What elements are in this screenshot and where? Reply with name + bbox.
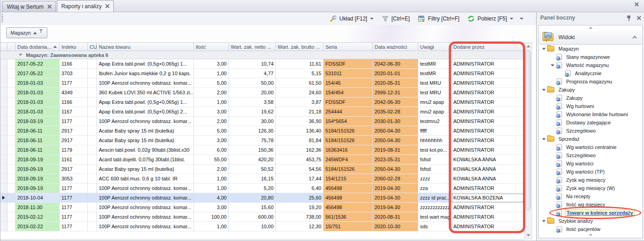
tree-item-sprzeda-[interactable]: Sprzedaż [539, 135, 642, 143]
cell-indeks[interactable]: 1177 [60, 184, 88, 193]
cell-ilosc[interactable]: 100,00 [194, 212, 229, 222]
table-row[interactable]: 2018-11-301177100P Aerozol ochronny odst… [0, 203, 524, 212]
cell-seria[interactable]: 245WDF4 [324, 155, 373, 164]
cell-nazwa[interactable]: Aescin tabl.powl. 0,02g 90tabl.(3blist.x… [97, 145, 194, 155]
cell-uwagi[interactable]: test MRU [418, 78, 451, 88]
cell-dodane[interactable]: ADMINISTRATOR [451, 88, 524, 97]
vertical-scrollbar-thumb[interactable] [526, 50, 531, 210]
export-button[interactable]: [Ctrl+E] [380, 15, 411, 23]
cell-dodane[interactable]: ADMINISTRATOR [451, 117, 524, 126]
tree-item-zysk-wg-miesi-cy[interactable]: Zysk wg miesięcy [539, 176, 642, 184]
table-row[interactable]: 2018-01-034349360 Kubek LOVI 350 ml ACTI… [0, 88, 524, 97]
table-row[interactable]: 2018-09-191161Acard tabl.dojelit. 0,075g… [0, 155, 524, 164]
cell-dodane[interactable]: ADMINISTRATOR [451, 203, 524, 212]
tree-item-wykonanie-limit-w-hurtowni[interactable]: Wykonanie limitów hurtowni [539, 110, 642, 118]
cell-seria[interactable]: 531011 [324, 69, 373, 78]
cell-ilosc[interactable]: 1,00 [194, 69, 229, 78]
cell-date[interactable]: 2018-09-19 [15, 155, 60, 164]
cell-ilosc[interactable]: 2,00 [194, 88, 229, 97]
filter-funnel-icon[interactable] [39, 29, 43, 33]
filters-button[interactable]: Filtry [Ctrl+F] [416, 14, 461, 23]
cell-brutto[interactable]: 6,40 [276, 184, 324, 193]
cell-nazwa[interactable]: ACC 600 tabl.mus. 0,6 g 10 tabl. IR [97, 174, 194, 184]
cell-nazwa[interactable]: Acatar Baby spray 15 ml (butelka) [97, 136, 194, 145]
column-header-cu[interactable]: CU [88, 43, 97, 51]
cell-seria[interactable]: FDSSDF [324, 97, 373, 107]
cell-cu[interactable] [88, 69, 97, 78]
cell-seria[interactable]: 15/751 [324, 222, 373, 231]
cell-netto[interactable]: 50,52 [229, 164, 276, 174]
cell-nazwa[interactable]: 100P Aerozol ochronny odstrasz. komar... [97, 222, 194, 231]
cell-uwagi[interactable]: mru2 apap [418, 107, 451, 117]
cell-ilosc[interactable]: 55,00 [194, 155, 229, 164]
cell-dodane[interactable]: KOWALSKA ANNA [451, 155, 524, 164]
column-header-brutto[interactable]: Wart. zak. brutto ... [276, 43, 324, 51]
cell-seria[interactable]: 456498 [324, 193, 373, 203]
cell-brutto[interactable]: 162,36 [276, 145, 324, 155]
cell-date[interactable]: 2018-06-11 [15, 126, 60, 136]
cell-dodane[interactable]: ADMINISTRATOR [451, 222, 524, 231]
tree-item-wg-warto-ci-tp-[interactable]: Wg wartości (TP) [539, 168, 642, 176]
tree-item-wg-hurtowni[interactable]: Wg hurtowni [539, 102, 642, 110]
cell-waznosc[interactable]: 2042-06-30 [373, 97, 418, 107]
cell-brutto[interactable]: 81,84 [276, 136, 324, 145]
cell-dodane[interactable]: ADMINISTRATOR [451, 212, 524, 222]
cell-netto[interactable]: 600,00 [229, 212, 276, 222]
cell-cu[interactable] [88, 78, 97, 88]
cell-uwagi[interactable]: sds [418, 222, 451, 231]
cell-netto[interactable]: 126,30 [229, 126, 276, 136]
cell-waznosc[interactable]: 2035-02-28 [373, 107, 418, 117]
cell-dodane[interactable]: KOWALSKA ANNA [451, 174, 524, 184]
cell-brutto[interactable]: 5,15 [276, 69, 324, 78]
table-row[interactable]: 2018-06-112917Acatar Baby spray 15 ml (b… [0, 136, 524, 145]
cell-waznosc[interactable]: 2999-12-31 [373, 88, 418, 97]
cell-ilosc[interactable]: 6,00 [194, 145, 229, 155]
cell-uwagi[interactable]: mru2 apap [418, 97, 451, 107]
cell-seria[interactable]: 5184/151526 [324, 136, 373, 145]
cell-ilosc[interactable]: 3,00 [194, 136, 229, 145]
cell-dodane[interactable]: ADMINISTRATOR [451, 136, 524, 145]
tree-item-zakupy[interactable]: Zakupy [539, 86, 642, 94]
cell-waznosc[interactable]: 2050-04-30 [373, 126, 418, 136]
tree-expander-icon[interactable] [541, 138, 547, 140]
cell-waznosc[interactable]: 2023-05-31 [373, 155, 418, 164]
cell-nazwa[interactable]: Apap Extra tabl.powl. (0,5g+0,065g) 2... [97, 107, 194, 117]
cell-cu[interactable] [88, 117, 97, 126]
layout-button[interactable]: Układ [F12] [328, 14, 375, 23]
cell-dodane[interactable]: ADMINISTRATOR [451, 97, 524, 107]
tree-item-szczeg-owo[interactable]: Szczegółowo [539, 151, 642, 159]
cell-indeks[interactable]: 1167 [60, 107, 88, 117]
cell-date[interactable]: 2018-01-03 [15, 88, 60, 97]
tab-witaj-w-sertum[interactable]: Witaj w Sertum [2, 1, 56, 12]
cell-date[interactable]: 2018-09-19 [15, 184, 60, 193]
tab-close-icon[interactable] [47, 5, 51, 9]
tree-item-analitycznie[interactable]: Analitycznie [539, 69, 642, 77]
cell-seria[interactable]: 561/1536 [324, 212, 373, 222]
toolbar-grip[interactable] [1, 14, 3, 22]
cell-uwagi[interactable]: testMR [418, 59, 451, 69]
cell-brutto[interactable]: 24,60 [276, 88, 324, 97]
cell-seria[interactable]: FDSSDF [324, 59, 373, 69]
column-header-dodane[interactable]: Dodane przez [451, 43, 524, 51]
cell-brutto[interactable]: 453,75 [276, 155, 324, 164]
group-collapse-icon[interactable] [19, 54, 22, 56]
cell-cu[interactable] [88, 203, 97, 212]
cell-indeks[interactable]: 1177 [60, 117, 88, 126]
column-header-date[interactable]: Data dodania... [15, 43, 60, 51]
cell-brutto[interactable]: 17,44 [276, 174, 324, 184]
cell-dodane[interactable]: ADMINISTRATOR [451, 69, 524, 78]
cell-waznosc[interactable]: 2019-04-30 [373, 193, 418, 203]
cell-nazwa[interactable]: 100P Aerozol ochronny odstrasz. komar... [97, 117, 194, 126]
cell-ilosc[interactable]: 2,00 [194, 117, 229, 126]
cell-netto[interactable]: 10,74 [229, 59, 276, 69]
cell-uwagi[interactable]: testmru2 [418, 117, 451, 126]
cell-netto[interactable]: 19,62 [229, 107, 276, 117]
cell-netto[interactable]: 30,00 [229, 117, 276, 126]
cell-cu[interactable] [88, 184, 97, 193]
cell-brutto[interactable]: 12,30 [276, 222, 324, 231]
tree-expander-icon[interactable] [541, 220, 547, 222]
cell-ilosc[interactable]: 1,00 [194, 97, 229, 107]
cell-seria[interactable]: 154/1215 [324, 174, 373, 184]
cell-uwagi[interactable]: test MRU [418, 88, 451, 97]
cell-waznosc[interactable]: 2020-08-31 [373, 212, 418, 222]
